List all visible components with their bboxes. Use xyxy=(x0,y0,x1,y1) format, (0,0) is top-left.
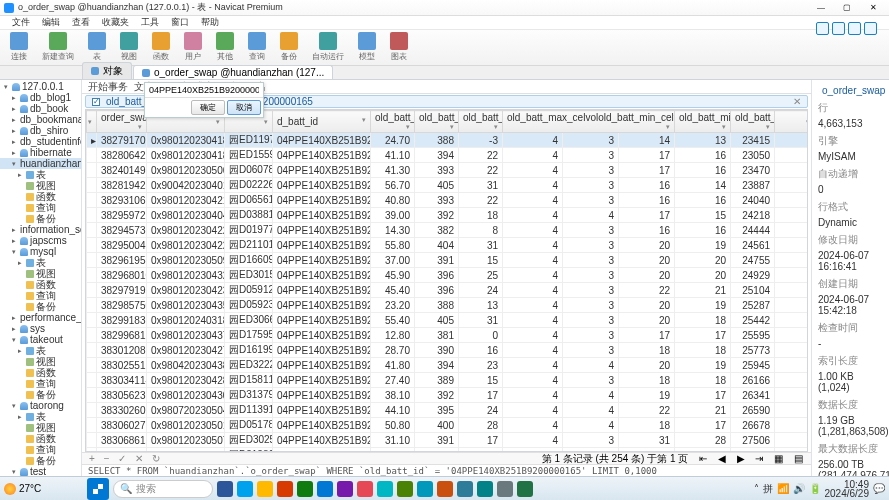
cell[interactable]: 24.70 xyxy=(371,133,415,148)
cell[interactable] xyxy=(87,178,97,193)
cell[interactable]: 25442 xyxy=(731,313,775,328)
cell[interactable] xyxy=(775,373,808,388)
weather-widget[interactable]: 27°C xyxy=(4,483,41,495)
cell[interactable]: 396 xyxy=(415,283,459,298)
taskbar-app-icon[interactable] xyxy=(257,481,273,497)
taskbar-app-icon[interactable] xyxy=(357,481,373,497)
tray-battery-icon[interactable]: 🔋 xyxy=(809,483,821,494)
tray-volume-icon[interactable]: 🔊 xyxy=(793,483,805,494)
next-page-icon[interactable]: ▶ xyxy=(733,453,749,464)
cell[interactable]: 园D161993 xyxy=(225,343,273,358)
cell[interactable]: 13 xyxy=(675,133,731,148)
table-row[interactable]: 3830341140x98012023042818 0x9801园D158118… xyxy=(87,373,809,388)
cell[interactable]: 4 xyxy=(503,208,563,223)
cell[interactable]: 382961958 xyxy=(97,253,147,268)
tree-item[interactable]: ▸japscms xyxy=(0,235,81,246)
tree-item[interactable]: ▸db_studentinfo xyxy=(0,136,81,147)
cell[interactable]: 389 xyxy=(415,373,459,388)
cell[interactable]: 25 xyxy=(459,268,503,283)
cell[interactable]: 04PPE140XB251B9200000165 xyxy=(273,283,371,298)
cell[interactable] xyxy=(775,343,808,358)
cell[interactable]: 4 xyxy=(503,133,563,148)
cell[interactable]: 24218 xyxy=(731,208,775,223)
cell[interactable]: 17 xyxy=(675,418,731,433)
cell[interactable] xyxy=(87,403,97,418)
cell[interactable]: 392 xyxy=(415,388,459,403)
tree-item[interactable]: ▾taorong xyxy=(0,400,81,411)
cell[interactable]: 14 xyxy=(675,178,731,193)
cell[interactable]: 23050 xyxy=(731,148,775,163)
cell[interactable]: 25945 xyxy=(731,358,775,373)
tree-caret-icon[interactable]: ▸ xyxy=(12,147,18,158)
cell[interactable]: 04PPE140XB251B9200000165 xyxy=(273,448,371,453)
cell[interactable]: 园D166099 xyxy=(225,253,273,268)
system-tray[interactable]: ˄ 拼 📶 🔊 🔋 10:49 2024/6/29 💬 xyxy=(754,480,886,498)
cell[interactable]: 0x98012023043213 0x9801 xyxy=(147,268,225,283)
cell[interactable]: 04PPE140XB251B9200000165 xyxy=(273,253,371,268)
cell[interactable]: ▸ xyxy=(87,133,97,148)
cell[interactable]: 23415 xyxy=(731,133,775,148)
cell[interactable]: 26166 xyxy=(731,373,775,388)
cell[interactable]: 园D158118 xyxy=(225,373,273,388)
cell[interactable]: 04PPE140XB251B9200000165 xyxy=(273,298,371,313)
tree-item[interactable]: ▸表 xyxy=(0,345,81,356)
cell[interactable]: 31 xyxy=(459,238,503,253)
filter-value-input[interactable] xyxy=(145,83,263,97)
cell[interactable]: 4 xyxy=(503,178,563,193)
cell[interactable]: 16 xyxy=(619,178,675,193)
record-nav[interactable]: + − ✓ ✕ ↻ xyxy=(86,453,163,464)
cell[interactable]: 31.10 xyxy=(371,433,415,448)
cell[interactable]: 0x98012023042105 0x9804 xyxy=(147,193,225,208)
cell[interactable]: 17 xyxy=(459,388,503,403)
cell[interactable]: 4 xyxy=(503,388,563,403)
start-button[interactable] xyxy=(87,478,109,500)
cell[interactable]: 20 xyxy=(619,268,675,283)
tree-item[interactable]: 视图 xyxy=(0,422,81,433)
column-header[interactable]: order_swap_id▾ xyxy=(97,111,147,133)
cell[interactable]: 393 xyxy=(415,193,459,208)
cell[interactable]: 30 xyxy=(619,448,675,453)
cell[interactable]: 25287 xyxy=(731,298,775,313)
cell[interactable]: 22 xyxy=(619,283,675,298)
cell[interactable] xyxy=(775,403,808,418)
connection-tree[interactable]: ▾127.0.0.1▸db_blog1▸db_book▸db_bookmanag… xyxy=(0,80,82,476)
taskbar-app-icon[interactable] xyxy=(497,481,513,497)
column-header[interactable]: old_batt_elec▾ xyxy=(459,111,503,133)
taskbar-search[interactable]: 🔍 搜索 xyxy=(113,480,213,498)
cell[interactable]: 18 xyxy=(619,373,675,388)
maximize-button[interactable]: ▢ xyxy=(835,2,859,14)
cell[interactable]: 04PPE140XB251B9200000165 xyxy=(273,313,371,328)
cell[interactable] xyxy=(87,343,97,358)
cell[interactable]: 12.80 xyxy=(371,328,415,343)
table-row[interactable]: 3830686150x98012023050700 0x9801园ED30251… xyxy=(87,433,809,448)
column-header[interactable]: old_batt_max_celvolold_batt_min_celvolol… xyxy=(503,111,675,133)
cell[interactable] xyxy=(87,388,97,403)
cell[interactable]: 38.10 xyxy=(371,388,415,403)
tree-item[interactable]: 函数 xyxy=(0,279,81,290)
cell[interactable] xyxy=(775,358,808,373)
cell[interactable]: 04PPE140XB251B9200000165 xyxy=(273,433,371,448)
cell[interactable] xyxy=(775,163,808,178)
cell[interactable]: 25595 xyxy=(731,328,775,343)
cell[interactable]: 0x98072023060121 0x9804 xyxy=(147,448,225,453)
cell[interactable]: 04PPE140XB251B9200000165 xyxy=(273,238,371,253)
cell[interactable]: 园D019772 xyxy=(225,223,273,238)
cell[interactable]: 383025512 xyxy=(97,358,147,373)
tray-ime-icon[interactable]: 拼 xyxy=(763,482,773,496)
filter-cancel-button[interactable]: 取消 xyxy=(227,100,261,115)
cell[interactable]: 园D211011 xyxy=(225,238,273,253)
menu-帮助[interactable]: 帮助 xyxy=(195,16,225,29)
cell[interactable]: 04PPE140XB251B9200000165 xyxy=(273,133,371,148)
table-row[interactable]: 3829918370x98012024031807 0x9801园ED30666… xyxy=(87,313,809,328)
tree-caret-icon[interactable]: ▸ xyxy=(18,257,24,268)
filter-checkbox[interactable] xyxy=(92,98,100,106)
taskbar-app-icon[interactable] xyxy=(237,481,253,497)
cell[interactable]: 04PPE140XB251B9200000165 xyxy=(273,358,371,373)
cell[interactable]: 30 xyxy=(675,448,731,453)
cell[interactable] xyxy=(775,328,808,343)
cell[interactable]: 04PPE140XB251B9200000165 xyxy=(273,388,371,403)
cell[interactable]: 19 xyxy=(619,388,675,403)
table-row[interactable]: 3829457390x98012023042200 0x9807园D019772… xyxy=(87,223,809,238)
cell[interactable]: 22 xyxy=(459,163,503,178)
cell[interactable]: 0x98072023050406 0x9804 xyxy=(147,403,225,418)
